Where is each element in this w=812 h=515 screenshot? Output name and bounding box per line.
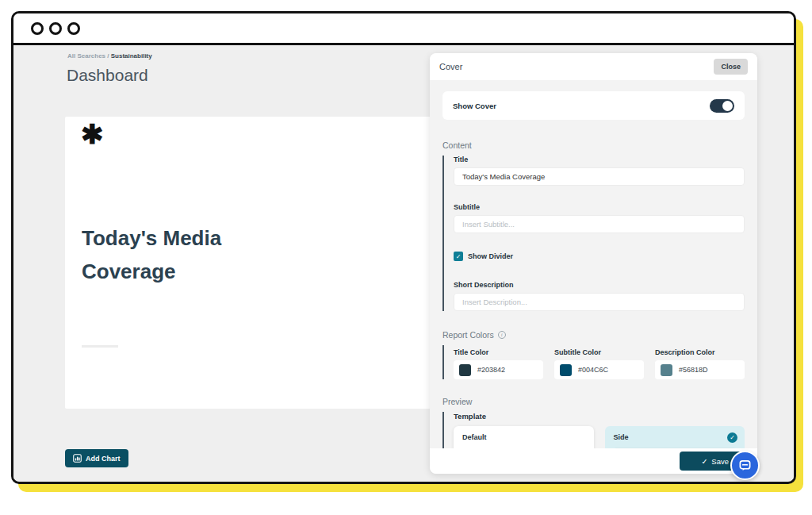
report-cover-divider — [82, 345, 118, 348]
subtitle-color-hex: #004C6C — [578, 366, 608, 374]
template-side-label: Side — [614, 433, 737, 441]
show-divider-checkbox[interactable]: ✓ — [454, 252, 463, 261]
cover-settings-panel: Cover Close Show Cover Content Title Sub… — [430, 53, 757, 474]
subtitle-color-label: Subtitle Color — [554, 348, 644, 356]
report-colors-label-text: Report Colors — [442, 330, 494, 340]
panel-footer: ✓ Save — [430, 448, 757, 474]
breadcrumb-current: Sustainability — [111, 52, 152, 60]
template-label: Template — [454, 412, 745, 421]
title-color-label: Title Color — [454, 348, 543, 356]
content-group: Title Subtitle ✓ Show Divider Short Desc… — [442, 156, 745, 311]
template-option-default[interactable]: Default ✱ — [454, 426, 594, 448]
subtitle-field-label: Subtitle — [454, 203, 745, 211]
description-input[interactable] — [454, 293, 745, 311]
show-cover-label: Show Cover — [453, 102, 496, 110]
save-label: Save — [711, 457, 729, 466]
save-check-icon: ✓ — [701, 457, 707, 466]
template-default-label: Default — [462, 433, 585, 441]
description-color-label: Description Color — [655, 348, 745, 356]
title-input[interactable] — [454, 167, 745, 186]
subtitle-color-picker[interactable]: #004C6C — [554, 360, 644, 379]
description-color-swatch — [661, 364, 672, 376]
chat-icon — [738, 459, 752, 472]
report-colors-section-label: Report Colors i — [442, 330, 745, 340]
window-control-dot[interactable] — [31, 22, 44, 35]
title-color-picker[interactable]: #203842 — [454, 360, 543, 379]
template-option-side[interactable]: Side ✓ ✱ — [605, 426, 745, 448]
info-icon[interactable]: i — [498, 331, 506, 339]
content-section-label: Content — [442, 140, 745, 150]
panel-title: Cover — [439, 62, 462, 71]
title-color-swatch — [459, 364, 471, 376]
title-field-label: Title — [454, 156, 745, 163]
preview-group: Template Default ✱ — [442, 412, 745, 448]
window-control-dot[interactable] — [49, 22, 62, 35]
show-cover-row: Show Cover — [442, 91, 745, 120]
show-divider-row: ✓ Show Divider — [454, 252, 745, 261]
app-body: All Searches / Sustainability Dashboard … — [13, 45, 794, 479]
add-chart-icon — [73, 454, 82, 463]
title-color-hex: #203842 — [477, 366, 505, 374]
close-button[interactable]: Close — [714, 59, 748, 75]
selected-check-icon: ✓ — [727, 432, 737, 443]
add-chart-label: Add Chart — [86, 455, 121, 463]
panel-header: Cover Close — [430, 53, 757, 80]
add-chart-button[interactable]: Add Chart — [65, 449, 128, 467]
panel-body: Show Cover Content Title Subtitle ✓ Show… — [430, 80, 757, 448]
subtitle-color-column: Subtitle Color #004C6C — [554, 345, 644, 379]
title-color-column: Title Color #203842 — [454, 345, 543, 379]
toggle-knob — [722, 101, 733, 111]
description-color-hex: #56818D — [679, 366, 708, 374]
description-field-label: Short Description — [454, 281, 745, 289]
app-window: All Searches / Sustainability Dashboard … — [11, 11, 796, 484]
subtitle-input[interactable] — [454, 215, 745, 233]
window-titlebar — [13, 13, 794, 45]
breadcrumb-root-link[interactable]: All Searches — [67, 52, 105, 60]
show-cover-toggle[interactable] — [710, 99, 734, 113]
description-color-column: Description Color #56818D — [655, 345, 745, 379]
report-logo-icon: ✱ — [81, 118, 104, 150]
window-control-dot[interactable] — [67, 22, 80, 35]
description-color-picker[interactable]: #56818D — [655, 360, 745, 379]
breadcrumb: All Searches / Sustainability — [67, 52, 152, 60]
show-divider-label: Show Divider — [468, 252, 513, 260]
subtitle-color-swatch — [560, 364, 572, 376]
page-title: Dashboard — [67, 66, 148, 85]
report-cover-title: Today's Media Coverage — [82, 221, 264, 288]
breadcrumb-separator: / — [105, 52, 111, 60]
chat-widget-button[interactable] — [730, 451, 760, 480]
preview-section-label: Preview — [442, 397, 745, 406]
report-colors-group: Title Color #203842 Subtitle Color #004C… — [442, 345, 745, 379]
